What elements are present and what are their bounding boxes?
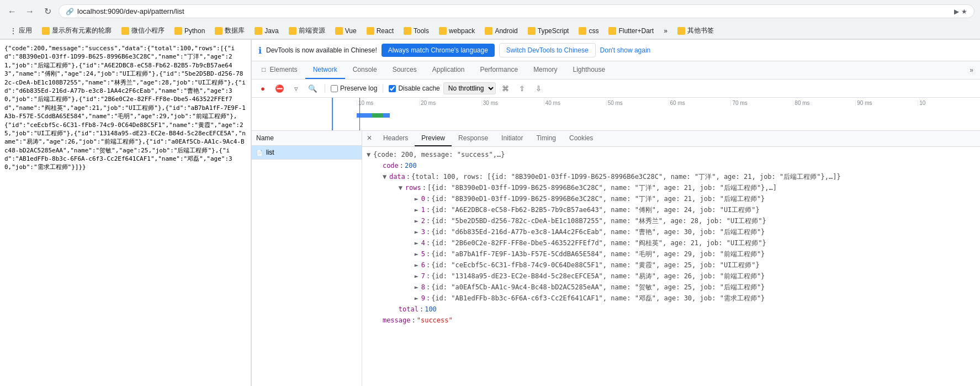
bookmark-frontend[interactable]: 前端资源 xyxy=(284,24,330,37)
bookmark-wechat[interactable]: 微信小程序 xyxy=(117,24,169,37)
bookmark-react[interactable]: React xyxy=(362,25,398,36)
clear-button[interactable]: ⛔ xyxy=(273,82,286,95)
filter-button[interactable]: ▿ xyxy=(289,82,303,95)
bookmark-java[interactable]: Java xyxy=(250,25,283,36)
wifi-icon[interactable]: ⌘ xyxy=(499,82,512,95)
download-icon[interactable]: ⇩ xyxy=(532,82,545,95)
back-button[interactable]: ← xyxy=(6,5,19,18)
timeline-mark-20: 20 ms xyxy=(419,100,481,106)
bookmark-react-label: React xyxy=(377,27,394,35)
preserve-log-checkbox[interactable] xyxy=(331,85,338,92)
row1-index: 1 xyxy=(421,205,425,215)
folder-icon xyxy=(579,27,586,35)
row4-summary: {id: "2B6e0C2e-82FF-FF8e-Dbe5-463522FFEf… xyxy=(431,238,766,248)
row8-index: 8 xyxy=(421,282,425,292)
disable-cache-text: Disable cache xyxy=(398,84,439,92)
name-header: Name xyxy=(252,131,362,146)
expand-row2-arrow[interactable]: ► xyxy=(415,216,421,226)
bookmark-webpack[interactable]: webpack xyxy=(435,25,479,36)
upload-icon[interactable]: ⇧ xyxy=(516,82,529,95)
timeline-mark-60: 60 ms xyxy=(669,100,731,106)
bookmark-vue[interactable]: Vue xyxy=(331,25,361,36)
address-bar[interactable]: 🔗 localhost:9090/dev-api/pattern/list ▶ … xyxy=(59,4,974,18)
record-button[interactable]: ● xyxy=(256,82,269,95)
disable-cache-checkbox[interactable] xyxy=(389,85,396,92)
bookmark-python[interactable]: Python xyxy=(170,25,209,36)
search-button[interactable]: 🔍 xyxy=(306,82,319,95)
tab-memory-label: Memory xyxy=(533,66,557,73)
tree-row-6: ► 6 : {id: "ceEcbf5c-6C31-fFb8-74c9-0C64… xyxy=(362,260,980,271)
expand-row4-arrow[interactable]: ► xyxy=(415,238,421,248)
bookmark-more[interactable]: » xyxy=(659,25,672,36)
tab-lighthouse[interactable]: Lighthouse xyxy=(565,61,613,79)
devtools-expand-button[interactable]: » xyxy=(965,64,978,76)
tab-performance[interactable]: Performance xyxy=(472,61,526,79)
message-key: message xyxy=(383,315,411,325)
expand-root-arrow[interactable]: ▼ xyxy=(367,150,373,160)
refresh-button[interactable]: ↻ xyxy=(41,5,54,18)
tab-initiator[interactable]: Initiator xyxy=(495,131,529,146)
tab-preview[interactable]: Preview xyxy=(415,131,452,146)
tree-row-9: ► 9 : {id: "AB1edFFb-8b3c-6F6A-c6f3-Cc2E… xyxy=(362,293,980,304)
separator2 xyxy=(383,84,383,93)
tab-headers[interactable]: Headers xyxy=(377,131,415,146)
tab-cookies[interactable]: Cookies xyxy=(563,131,600,146)
forward-button[interactable]: → xyxy=(23,5,36,18)
tab-timing[interactable]: Timing xyxy=(529,131,563,146)
tab-sources[interactable]: Sources xyxy=(385,61,425,79)
tab-response[interactable]: Response xyxy=(452,131,495,146)
expand-row1-arrow[interactable]: ► xyxy=(415,205,421,215)
folder-icon xyxy=(528,27,536,35)
bookmark-css[interactable]: css xyxy=(574,25,603,36)
match-language-button[interactable]: Always match Chrome's language xyxy=(382,44,495,57)
file-icon: 📄 xyxy=(256,150,263,156)
tab-sources-label: Sources xyxy=(393,66,417,73)
bookmark-ts[interactable]: TypeScript xyxy=(523,25,574,36)
response-panel: {"code":200,"message":"success","data":{… xyxy=(0,40,251,386)
tab-network[interactable]: Network xyxy=(305,61,345,79)
tab-memory[interactable]: Memory xyxy=(526,61,565,79)
switch-to-chinese-button[interactable]: Switch DevTools to Chinese xyxy=(499,43,596,57)
tab-console[interactable]: Console xyxy=(345,61,385,79)
total-val: 100 xyxy=(425,304,437,314)
bookmark-apps[interactable]: ⋮ 应用 xyxy=(6,24,36,37)
expand-row5-arrow[interactable]: ► xyxy=(415,249,421,259)
folder-icon xyxy=(439,27,447,35)
expand-row7-arrow[interactable]: ► xyxy=(415,271,421,281)
bookmark-tools[interactable]: Tools xyxy=(399,25,433,36)
tab-elements[interactable]: □ Elements xyxy=(254,61,305,79)
close-detail-button[interactable]: ✕ xyxy=(362,131,377,146)
expand-data-arrow[interactable]: ▼ xyxy=(383,172,389,182)
expand-row0-arrow[interactable]: ► xyxy=(415,194,421,204)
tab-preview-label: Preview xyxy=(421,134,445,142)
tree-row-8: ► 8 : {id: "a0EAf5Cb-AA1c-9Ac4-Bc48-bD2A… xyxy=(362,282,980,293)
bookmark-db[interactable]: 数据库 xyxy=(210,24,249,37)
tab-application[interactable]: Application xyxy=(425,61,473,79)
preserve-log-text: Preserve log xyxy=(340,84,377,92)
list-item[interactable]: 📄 list xyxy=(252,146,362,160)
disable-cache-label[interactable]: Disable cache xyxy=(389,84,439,92)
expand-row8-arrow[interactable]: ► xyxy=(415,282,421,292)
expand-row3-arrow[interactable]: ► xyxy=(415,227,421,237)
expand-row6-arrow[interactable]: ► xyxy=(415,260,421,270)
browser-chrome: ← → ↻ 🔗 localhost:9090/dev-api/pattern/l… xyxy=(0,0,980,40)
tree-code: code : 200 xyxy=(362,160,980,171)
dont-show-again-link[interactable]: Don't show again xyxy=(600,46,651,54)
tree-row-7: ► 7 : {id: "13148a95-dE23-EC2e-B84d-5c28… xyxy=(362,271,980,282)
info-bar: ℹ DevTools is now available in Chinese! … xyxy=(252,40,980,61)
throttle-select[interactable]: No throttling xyxy=(443,82,496,94)
preserve-log-label[interactable]: Preserve log xyxy=(331,84,377,92)
expand-row9-arrow[interactable]: ► xyxy=(415,293,421,303)
tree-row-3: ► 3 : {id: "d6b835Ed-216d-A77b-e3c8-1AA4… xyxy=(362,226,980,237)
tree-row-4: ► 4 : {id: "2B6e0C2e-82FF-FF8e-Dbe5-4635… xyxy=(362,237,980,248)
bookmark-flutter[interactable]: Flutter+Dart xyxy=(604,25,658,36)
lock-icon: 🔗 xyxy=(66,8,74,15)
bookmark-android[interactable]: Android xyxy=(480,25,522,36)
network-list-area: Name 📄 list ✕ Headers Preview xyxy=(252,131,980,386)
tab-application-label: Application xyxy=(432,66,465,73)
expand-rows-arrow[interactable]: ▼ xyxy=(399,183,405,193)
bookmark-other[interactable]: 其他书签 xyxy=(673,24,718,37)
total-key: total xyxy=(399,304,419,314)
bookmark-outline[interactable]: 显示所有元素的轮廓 xyxy=(38,24,116,37)
timeline-mark-30: 30 ms xyxy=(481,100,544,106)
